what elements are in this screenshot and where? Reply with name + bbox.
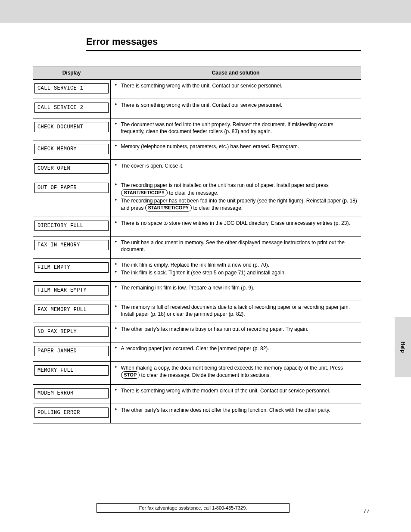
- display-message: NO FAX REPLY: [34, 327, 109, 337]
- table-row: FAX MEMORY FULLThe memory is full of rec…: [33, 301, 361, 323]
- section-rule: [86, 50, 361, 52]
- cause-item: There is something wrong with the unit. …: [115, 102, 358, 109]
- table-row: NO FAX REPLYThe other party's fax machin…: [33, 323, 361, 342]
- table-row: COVER OPENThe cover is open. Close it.: [33, 160, 361, 179]
- display-message-cell: NO FAX REPLY: [33, 323, 110, 342]
- cause-item: A recording paper jam occurred. Clear th…: [115, 345, 358, 352]
- cause-cell: The cover is open. Close it.: [110, 160, 361, 179]
- display-message-cell: CHECK MEMORY: [33, 140, 110, 160]
- table-row: FILM EMPTYThe ink film is empty. Replace…: [33, 258, 361, 281]
- display-message-cell: COVER OPEN: [33, 160, 110, 179]
- cause-cell: There is no space to store new entries i…: [110, 217, 361, 236]
- cause-item: The memory is full of received documents…: [115, 304, 358, 317]
- page-number: 77: [364, 507, 370, 514]
- table-row: CALL SERVICE 2There is something wrong w…: [33, 99, 361, 118]
- cause-cell: The recording paper is not installed or …: [110, 179, 361, 217]
- table-row: MODEM ERRORThere is something wrong with…: [33, 384, 361, 404]
- section-title: Error messages: [86, 36, 411, 47]
- display-message: CALL SERVICE 2: [34, 103, 109, 113]
- cause-item: There is something wrong with the unit. …: [115, 82, 358, 89]
- table-row: DIRECTORY FULLThere is no space to store…: [33, 217, 361, 236]
- cause-item: The cover is open. Close it.: [115, 162, 358, 169]
- table-row: FILM NEAR EMPTYThe remaining ink film is…: [33, 281, 361, 301]
- display-message-cell: FILM EMPTY: [33, 258, 110, 281]
- table-row: CHECK MEMORYMemory (telephone numbers, p…: [33, 140, 361, 160]
- display-message: CALL SERVICE 1: [34, 83, 109, 93]
- col-display: Display: [33, 66, 110, 80]
- display-message: CHECK DOCUMENT: [34, 122, 109, 132]
- cause-cell: A recording paper jam occurred. Clear th…: [110, 342, 361, 362]
- error-table: Display Cause and solution CALL SERVICE …: [33, 66, 361, 423]
- display-message-cell: OUT OF PAPER: [33, 179, 110, 217]
- cause-item: The ink film is slack. Tighten it (see s…: [115, 269, 358, 276]
- cause-item: The unit has a document in memory. See t…: [115, 239, 358, 253]
- display-message-cell: CALL SERVICE 2: [33, 99, 110, 118]
- display-message-cell: DIRECTORY FULL: [33, 217, 110, 236]
- table-row: FAX IN MEMORYThe unit has a document in …: [33, 236, 361, 258]
- cause-item: Memory (telephone numbers, parameters, e…: [115, 143, 358, 150]
- display-message-cell: MODEM ERROR: [33, 384, 110, 404]
- table-row: POLLING ERRORThe other party's fax machi…: [33, 404, 361, 423]
- display-message-cell: FAX MEMORY FULL: [33, 301, 110, 323]
- cause-item: The recording paper has not been fed int…: [115, 197, 358, 212]
- display-message: MEMORY FULL: [34, 365, 109, 376]
- display-message-cell: PAPER JAMMED: [33, 342, 110, 362]
- display-message-cell: FILM NEAR EMPTY: [33, 281, 110, 301]
- display-message: COVER OPEN: [34, 163, 109, 174]
- table-row: MEMORY FULLWhen making a copy, the docum…: [33, 362, 361, 384]
- display-message: PAPER JAMMED: [34, 346, 109, 356]
- col-cause: Cause and solution: [110, 66, 361, 80]
- stop-button-label: STOP: [121, 371, 140, 379]
- cause-item: The other party's fax machine does not o…: [115, 407, 358, 414]
- table-row: OUT OF PAPERThe recording paper is not i…: [33, 179, 361, 217]
- display-message-cell: CALL SERVICE 1: [33, 80, 110, 99]
- display-message: FAX IN MEMORY: [34, 240, 109, 250]
- cause-item: The other party's fax machine is busy or…: [115, 326, 358, 333]
- cause-item: When making a copy, the document being s…: [115, 364, 358, 379]
- header-bar: [0, 0, 411, 23]
- footer-assistance: For fax advantage assistance, call 1-800…: [97, 503, 290, 513]
- display-message: FILM EMPTY: [34, 262, 109, 273]
- display-message: OUT OF PAPER: [34, 183, 109, 193]
- display-message: CHECK MEMORY: [34, 144, 109, 154]
- cause-cell: The other party's fax machine does not o…: [110, 404, 361, 423]
- cause-cell: There is something wrong with the unit. …: [110, 80, 361, 99]
- cause-cell: There is something wrong with the modem …: [110, 384, 361, 404]
- display-message-cell: MEMORY FULL: [33, 362, 110, 384]
- cause-item: There is something wrong with the modem …: [115, 387, 358, 394]
- display-message-cell: FAX IN MEMORY: [33, 236, 110, 258]
- cause-cell: The memory is full of received documents…: [110, 301, 361, 323]
- display-message-cell: CHECK DOCUMENT: [33, 118, 110, 140]
- table-row: CHECK DOCUMENTThe document was not fed i…: [33, 118, 361, 140]
- cause-cell: The ink film is empty. Replace the ink f…: [110, 258, 361, 281]
- cause-cell: The remaining ink film is low. Prepare a…: [110, 281, 361, 301]
- start-set-copy-button-label: START/SET/COPY: [145, 204, 192, 212]
- display-message: DIRECTORY FULL: [34, 221, 109, 231]
- cause-cell: Memory (telephone numbers, parameters, e…: [110, 140, 361, 160]
- cause-item: There is no space to store new entries i…: [115, 220, 358, 227]
- cause-item: The recording paper is not installed or …: [115, 182, 358, 196]
- cause-cell: The other party's fax machine is busy or…: [110, 323, 361, 342]
- display-message-cell: POLLING ERROR: [33, 404, 110, 423]
- display-message: MODEM ERROR: [34, 388, 109, 398]
- display-message: FAX MEMORY FULL: [34, 305, 109, 315]
- cause-item: The ink film is empty. Replace the ink f…: [115, 261, 358, 268]
- cause-cell: There is something wrong with the unit. …: [110, 99, 361, 118]
- cause-cell: When making a copy, the document being s…: [110, 362, 361, 384]
- cause-cell: The unit has a document in memory. See t…: [110, 236, 361, 258]
- cause-item: The document was not fed into the unit p…: [115, 121, 358, 135]
- display-message: FILM NEAR EMPTY: [34, 285, 109, 296]
- cause-item: The remaining ink film is low. Prepare a…: [115, 284, 358, 291]
- table-row: PAPER JAMMEDA recording paper jam occurr…: [33, 342, 361, 362]
- table-row: CALL SERVICE 1There is something wrong w…: [33, 80, 361, 99]
- start-set-copy-button-label: START/SET/COPY: [121, 189, 168, 196]
- display-message: POLLING ERROR: [34, 408, 109, 418]
- side-tab-help: Help: [395, 317, 411, 377]
- cause-cell: The document was not fed into the unit p…: [110, 118, 361, 140]
